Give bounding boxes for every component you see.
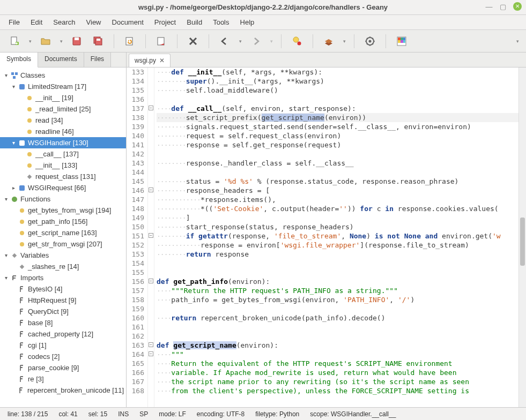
menu-file[interactable]: File (4, 16, 24, 28)
close-file-icon[interactable] (152, 33, 171, 50)
svg-point-35 (20, 220, 24, 224)
tree-fn-getpath[interactable]: get_path_info [156] (0, 216, 126, 227)
menu-help[interactable]: Help (236, 16, 259, 28)
new-file-icon[interactable] (5, 33, 24, 50)
line-number-gutter: 1331341351361371381391401411421431441451… (127, 68, 148, 407)
tree-label: cached_property [12] (28, 328, 93, 340)
build-dropdown-icon[interactable]: ▾ (341, 33, 347, 50)
status-mode[interactable]: mode: LF (159, 410, 186, 418)
tab-files[interactable]: Files (84, 52, 111, 67)
back-icon[interactable] (216, 33, 234, 50)
status-line: line: 138 / 215 (8, 410, 48, 418)
tree-label: QueryDict [9] (28, 306, 69, 317)
fold-column[interactable]: −−−−−− (148, 68, 154, 407)
svg-point-9 (293, 37, 299, 42)
save-icon[interactable] (68, 33, 86, 50)
tree-imp-querydict[interactable]: QueryDict [9] (0, 306, 126, 317)
svg-point-27 (27, 130, 32, 134)
menu-edit[interactable]: Edit (26, 16, 47, 28)
tree-label: re [3] (28, 373, 44, 385)
file-tab-wsgi[interactable]: wsgi.py ✕ (129, 54, 171, 67)
tree-imp-cached[interactable]: cached_property [12] (0, 328, 126, 340)
status-sel: sel: 15 (88, 410, 107, 418)
build-icon[interactable] (320, 33, 338, 50)
tree-label: codecs [2] (28, 351, 60, 362)
editor-area[interactable]: 1331341351361371381391401411421431441451… (127, 68, 526, 407)
tree-wsgihandler[interactable]: ▾WSGIHandler [130] (0, 137, 126, 148)
menu-view[interactable]: View (82, 16, 106, 28)
tree-imports[interactable]: ▾Imports (0, 272, 126, 283)
tree-imp-parse[interactable]: parse_cookie [9] (0, 362, 126, 373)
tree-imp-re[interactable]: re [3] (0, 373, 126, 385)
tree-wh-call[interactable]: __call__ [137] (0, 148, 126, 160)
svg-point-36 (20, 231, 24, 235)
svg-point-34 (20, 208, 24, 213)
toolbar-overflow-icon[interactable]: ▾ (514, 33, 521, 50)
tree-label: BytesIO [4] (28, 283, 62, 295)
compile-icon[interactable] (288, 33, 306, 50)
tree-fn-getstr[interactable]: get_str_from_wsgi [207] (0, 238, 126, 250)
tree-label: __init__ [133] (35, 160, 77, 171)
back-dropdown-icon[interactable]: ▾ (237, 33, 243, 50)
forward-icon[interactable] (247, 33, 265, 50)
tree-imp-bytesio[interactable]: BytesIO [4] (0, 283, 126, 295)
tree-label: repercent_broken_unicode [11] (27, 385, 124, 396)
menu-search[interactable]: Search (49, 16, 79, 28)
tree-imp-cgi[interactable]: cgi [1] (0, 340, 126, 351)
tree-fn-getscript[interactable]: get_script_name [163] (0, 227, 126, 238)
window-title: wsgi.py - /home/george/Desktop/django-2.… (138, 3, 388, 11)
save-all-icon[interactable] (89, 33, 107, 50)
tree-variables[interactable]: ▾Variables (0, 250, 126, 261)
minimize-icon[interactable]: — (485, 3, 493, 10)
tree-wsgirequest[interactable]: ▸WSGIRequest [66] (0, 182, 126, 193)
tree-ls-init[interactable]: __init__ [19] (0, 92, 126, 103)
status-ftype[interactable]: filetype: Python (255, 410, 299, 418)
svg-point-37 (20, 242, 24, 246)
cancel-icon[interactable] (184, 33, 202, 50)
tree-label: _slashes_re [14] (28, 261, 79, 272)
tree-wh-init[interactable]: __init__ [133] (0, 160, 126, 171)
svg-rect-3 (75, 38, 79, 40)
svg-rect-23 (19, 84, 25, 89)
status-sp[interactable]: SP (139, 410, 148, 418)
tab-symbols[interactable]: Symbols (0, 52, 38, 68)
tree-ls-readline[interactable]: readline [46] (0, 126, 126, 137)
menu-project[interactable]: Project (150, 16, 180, 28)
new-file-dropdown-icon[interactable]: ▾ (27, 33, 33, 50)
file-tab-close-icon[interactable]: ✕ (159, 57, 165, 64)
tree-fn-getbytes[interactable]: get_bytes_from_wsgi [194] (0, 205, 126, 216)
tree-classes[interactable]: ▾Classes (0, 70, 126, 81)
tree-label: cgi [1] (28, 340, 47, 351)
tree-imp-base[interactable]: base [8] (0, 317, 126, 328)
tree-imp-httpreq[interactable]: HttpRequest [9] (0, 295, 126, 306)
tree-wh-reqclass[interactable]: request_class [131] (0, 171, 126, 182)
svg-rect-6 (97, 39, 100, 41)
open-file-icon[interactable] (36, 33, 55, 50)
tree-label: __init__ [19] (35, 92, 73, 103)
tree-ls-read[interactable]: read [34] (0, 115, 126, 126)
status-enc[interactable]: encoding: UTF-8 (197, 410, 245, 418)
svg-rect-14 (398, 38, 401, 40)
tab-documents[interactable]: Documents (38, 52, 84, 67)
reload-icon[interactable] (121, 33, 139, 50)
tree-functions[interactable]: ▾Functions (0, 193, 126, 205)
forward-dropdown-icon[interactable]: ▾ (268, 33, 275, 50)
tree-limitedstream[interactable]: ▾LimitedStream [17] (0, 81, 126, 92)
symbol-tree[interactable]: ▾Classes ▾LimitedStream [17] __init__ [1… (0, 68, 126, 407)
close-icon[interactable]: ✕ (513, 2, 522, 11)
menu-tools[interactable]: Tools (209, 16, 233, 28)
run-icon[interactable] (361, 33, 379, 50)
tree-ls-readlimited[interactable]: _read_limited [25] (0, 103, 126, 115)
tree-imp-codecs[interactable]: codecs [2] (0, 351, 126, 362)
vertical-scrollbar[interactable] (518, 68, 526, 407)
menu-build[interactable]: Build (182, 16, 206, 28)
color-chooser-icon[interactable] (392, 33, 411, 50)
status-ins[interactable]: INS (118, 410, 129, 418)
menu-document[interactable]: Document (108, 16, 148, 28)
open-file-dropdown-icon[interactable]: ▾ (58, 33, 64, 50)
tree-imp-repercent[interactable]: repercent_broken_unicode [11] (0, 385, 126, 396)
maximize-icon[interactable]: ▢ (499, 3, 507, 10)
toolbar: ▾ ▾ ▾ ▾ ▾ ▾ (0, 30, 526, 52)
tree-var-slashes[interactable]: _slashes_re [14] (0, 261, 126, 272)
code-content[interactable]: ····def __init__(self, *args, **kwargs):… (154, 68, 518, 407)
